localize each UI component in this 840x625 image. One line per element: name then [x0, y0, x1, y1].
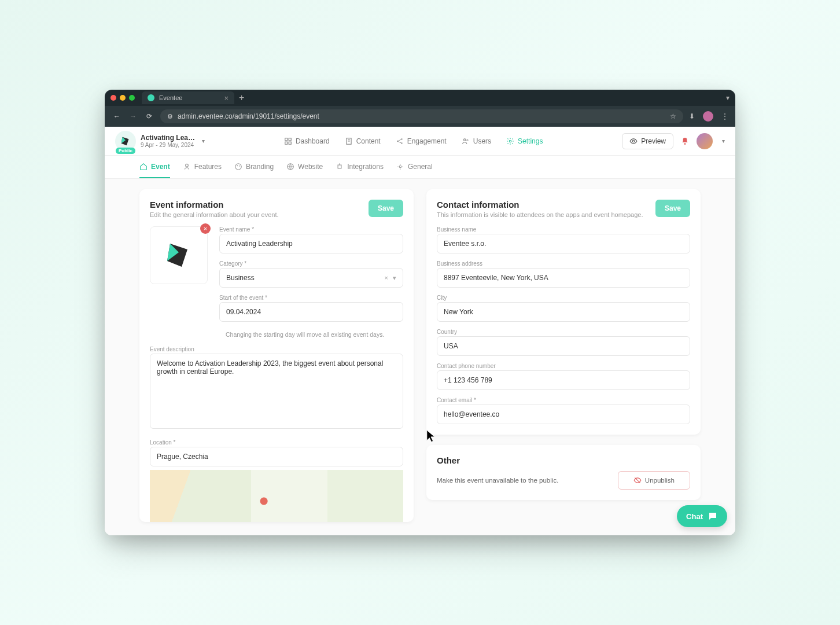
other-card: Other Make this event unavailable to the…: [426, 445, 701, 500]
card-title: Event information: [150, 200, 279, 209]
profile-icon[interactable]: [703, 111, 713, 122]
description-textarea[interactable]: [150, 354, 403, 429]
tabstrip-menu-icon[interactable]: ▾: [726, 94, 730, 102]
svg-line-12: [398, 139, 401, 141]
svg-point-22: [239, 165, 240, 166]
tab-label: Integrations: [347, 163, 384, 171]
window-controls[interactable]: [110, 95, 135, 101]
app-header: Public Activating Lea… 9 Apr - 29 May, 2…: [105, 127, 735, 156]
business-address-input[interactable]: [437, 268, 690, 288]
chat-icon: [708, 511, 718, 521]
event-logo-icon: [161, 238, 196, 273]
svg-point-14: [463, 138, 466, 141]
chat-label: Chat: [686, 512, 703, 521]
browser-menu-icon[interactable]: ⋮: [721, 112, 728, 120]
svg-point-16: [509, 140, 511, 142]
forward-button[interactable]: →: [128, 112, 138, 120]
public-badge: Public: [116, 148, 135, 154]
gear-icon: [396, 163, 404, 171]
country-input[interactable]: [437, 336, 690, 356]
nav-label: Users: [473, 137, 491, 145]
field-label: Location *: [150, 439, 403, 446]
contact-info-card: Contact information This information is …: [426, 189, 701, 435]
mouse-cursor-icon: [426, 429, 436, 444]
nav-content[interactable]: Content: [345, 137, 381, 145]
main-nav: Dashboard Content Engagement Users Setti…: [284, 137, 543, 145]
address-bar[interactable]: ⚙ admin.eventee.co/admin/19011/settings/…: [160, 109, 683, 123]
nav-settings[interactable]: Settings: [506, 137, 543, 145]
svg-point-11: [401, 142, 402, 144]
tab-features[interactable]: Features: [183, 156, 222, 178]
tab-event[interactable]: Event: [139, 156, 170, 178]
user-avatar[interactable]: [697, 133, 713, 149]
event-name-input[interactable]: [219, 234, 403, 253]
settings-subnav: Event Features Branding Website Integrat…: [105, 156, 735, 179]
browser-tab[interactable]: Eventee ×: [142, 91, 234, 104]
email-input[interactable]: [437, 405, 690, 424]
preview-button[interactable]: Preview: [622, 133, 673, 149]
bookmark-icon[interactable]: ☆: [670, 112, 676, 120]
unpublish-button[interactable]: Unpublish: [618, 471, 690, 490]
gear-icon: [506, 137, 514, 145]
field-hint: Changing the starting day will move all …: [219, 331, 403, 338]
phone-input[interactable]: [437, 370, 690, 390]
svg-rect-5: [289, 142, 291, 144]
nav-label: Engagement: [407, 137, 447, 145]
tab-website[interactable]: Website: [286, 156, 323, 178]
chat-button[interactable]: Chat: [677, 505, 727, 527]
field-label: Contact email *: [437, 397, 690, 403]
new-tab-button[interactable]: +: [239, 93, 244, 103]
svg-line-13: [398, 141, 401, 142]
save-button[interactable]: Save: [655, 200, 690, 217]
start-date-input[interactable]: [219, 302, 403, 322]
clear-icon[interactable]: ×: [385, 274, 388, 282]
field-label: Event description: [150, 346, 403, 352]
field-label: City: [437, 295, 690, 301]
right-column: Contact information This information is …: [426, 189, 701, 535]
business-name-input[interactable]: [437, 234, 690, 253]
maximize-window-icon[interactable]: [129, 95, 135, 101]
svg-point-20: [235, 163, 242, 170]
notifications-icon[interactable]: [680, 137, 690, 146]
home-icon: [139, 163, 148, 171]
event-switcher[interactable]: Public Activating Lea… 9 Apr - 29 May, 2…: [115, 131, 205, 152]
location-map[interactable]: [150, 470, 403, 522]
tab-general[interactable]: General: [396, 156, 433, 178]
back-button[interactable]: ←: [112, 112, 122, 120]
card-subtitle: This information is visible to attendees…: [437, 211, 643, 218]
plug-icon: [336, 163, 344, 171]
nav-engagement[interactable]: Engagement: [396, 137, 447, 145]
nav-dashboard[interactable]: Dashboard: [284, 137, 330, 145]
tab-title: Eventee: [159, 94, 182, 101]
download-icon[interactable]: ⬇: [689, 112, 695, 120]
browser-window: Eventee × + ▾ ← → ⟳ ⚙ admin.eventee.co/a…: [105, 90, 735, 535]
nav-label: Content: [356, 137, 381, 145]
city-input[interactable]: [437, 302, 690, 322]
tab-label: Website: [298, 163, 323, 171]
svg-rect-4: [285, 142, 288, 144]
tab-branding[interactable]: Branding: [234, 156, 274, 178]
palette-icon: [234, 163, 242, 171]
site-info-icon[interactable]: ⚙: [167, 113, 173, 120]
svg-point-21: [237, 165, 238, 166]
field-label: Event name *: [219, 226, 403, 233]
header-actions: Preview ▾: [622, 133, 725, 149]
tab-integrations[interactable]: Integrations: [336, 156, 384, 178]
browser-toolbar: ← → ⟳ ⚙ admin.eventee.co/admin/19011/set…: [105, 106, 735, 127]
event-image[interactable]: ×: [150, 226, 208, 284]
minimize-window-icon[interactable]: [120, 95, 126, 101]
url-text: admin.eventee.co/admin/19011/settings/ev…: [178, 112, 319, 120]
chevron-down-icon[interactable]: ▾: [722, 138, 725, 144]
location-input[interactable]: [150, 447, 403, 466]
save-button[interactable]: Save: [369, 200, 403, 217]
tab-close-icon[interactable]: ×: [224, 94, 229, 102]
field-label: Business address: [437, 260, 690, 267]
category-select[interactable]: Business × ▾: [219, 268, 403, 288]
remove-image-button[interactable]: ×: [200, 223, 211, 234]
browser-tabstrip: Eventee × + ▾: [105, 90, 735, 106]
reload-button[interactable]: ⟳: [144, 112, 154, 120]
event-name: Activating Lea…: [141, 134, 195, 142]
close-window-icon[interactable]: [110, 95, 116, 101]
nav-users[interactable]: Users: [462, 137, 491, 145]
field-label: Country: [437, 329, 690, 335]
